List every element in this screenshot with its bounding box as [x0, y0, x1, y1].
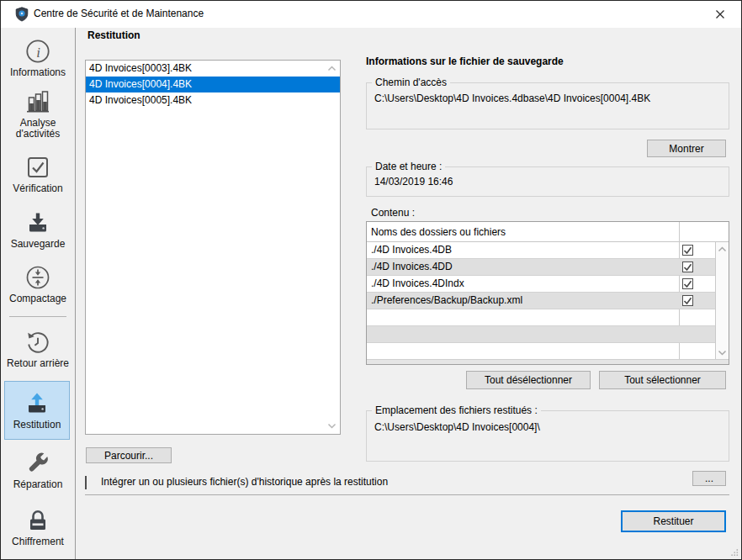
table-row-empty [367, 309, 715, 326]
backup-file-path: C:\Users\Desktop\4D Invoices.4dbase\4D I… [374, 92, 650, 104]
info-icon: i [24, 38, 51, 65]
svg-text:i: i [36, 45, 40, 61]
checkmark-icon [683, 296, 692, 305]
row-checkbox[interactable] [682, 245, 693, 256]
checkmark-icon [683, 262, 692, 272]
sidebar-item-sauvegarde[interactable]: Sauvegarde [1, 209, 75, 250]
check-square-icon [24, 154, 51, 181]
sidebar-item-informations[interactable]: i Informations [1, 38, 75, 78]
file-name-cell: ./4D Invoices.4DIndx [367, 276, 679, 292]
file-name-cell: ./Preferences/Backup/Backup.xml [367, 293, 679, 309]
restore-button[interactable]: Restituer [621, 510, 726, 532]
table-row[interactable]: ./4D Invoices.4DD [367, 259, 715, 276]
sidebar-item-label: Sauvegarde [4, 239, 72, 250]
backup-file-item[interactable]: 4D Invoices[0005].4BK [86, 92, 340, 108]
row-checkbox[interactable] [682, 295, 693, 306]
backup-download-icon [24, 209, 51, 236]
checkmark-icon [683, 279, 692, 288]
content-table-body: ./4D Invoices.4DB ./4D Invoices.4DD ./4D… [367, 242, 715, 360]
sidebar-item-retour-arriere[interactable]: Retour arrière [1, 329, 75, 369]
restore-location-path: C:\Users\Desktop\4D Invoices[0004]\ [374, 421, 540, 433]
backup-file-item[interactable]: 4D Invoices[0004].4BK [86, 77, 340, 92]
sidebar-item-label: Restitution [3, 420, 71, 431]
checkmark-icon [683, 246, 692, 255]
info-panel-heading: Informations sur le fichier de sauvegard… [366, 55, 564, 67]
datetime-groupbox: Date et heure : 14/03/2019 16:46 [366, 166, 729, 197]
sidebar-item-label: Chiffrement [4, 536, 72, 547]
table-horizontal-scrollbar[interactable] [367, 359, 729, 364]
integrate-log-checkbox[interactable] [85, 476, 87, 489]
sidebar-item-label: Analyse d'activités [4, 118, 72, 140]
sidebar-item-reparation[interactable]: Réparation [1, 450, 75, 490]
content-table: Noms des dossiers ou fichiers ./4D Invoi… [366, 221, 729, 365]
title-bar: Centre de Sécurité et de Maintenance [1, 1, 741, 28]
rollback-clock-icon [24, 329, 51, 356]
table-row[interactable]: ./4D Invoices.4DB [367, 242, 715, 259]
window-title: Centre de Sécurité et de Maintenance [34, 1, 204, 27]
sidebar-item-analyse-activites[interactable]: Analyse d'activités [1, 88, 75, 140]
sidebar-item-label: Retour arrière [4, 358, 72, 369]
backup-file-item[interactable]: 4D Invoices[0003].4BK [86, 61, 340, 77]
sidebar-item-label: Informations [4, 67, 72, 78]
scroll-up-icon[interactable] [327, 66, 337, 71]
deselect-all-button[interactable]: Tout désélectionner [466, 371, 591, 389]
sidebar-item-compactage[interactable]: Compactage [1, 264, 75, 304]
more-options-button[interactable]: ... [692, 471, 726, 486]
location-group-legend: Emplacement des fichiers restitués : [372, 404, 541, 416]
activity-chart-icon [24, 88, 51, 115]
compact-icon [24, 264, 51, 291]
sidebar: i Informations Analyse d'activités [1, 28, 76, 560]
table-row-empty [367, 343, 715, 360]
close-button[interactable] [706, 4, 734, 24]
scroll-down-icon[interactable] [327, 423, 337, 429]
location-groupbox: Emplacement des fichiers restitués : C:\… [366, 410, 729, 462]
row-checkbox[interactable] [682, 262, 693, 272]
browse-button[interactable]: Parcourir... [86, 447, 172, 463]
file-name-cell: ./4D Invoices.4DD [367, 259, 679, 275]
file-name-cell: ./4D Invoices.4DB [367, 242, 679, 258]
close-icon [715, 9, 725, 19]
show-button[interactable]: Montrer [647, 140, 726, 157]
restore-upload-icon [24, 390, 50, 417]
sidebar-item-label: Vérification [4, 183, 72, 194]
datetime-group-legend: Date et heure : [372, 161, 445, 172]
row-checkbox[interactable] [682, 278, 693, 289]
sidebar-item-label: Réparation [4, 479, 72, 490]
scroll-down-icon[interactable] [718, 350, 727, 356]
scroll-up-icon[interactable] [718, 246, 727, 252]
table-row-empty [367, 326, 715, 343]
content-label: Contenu : [371, 207, 415, 219]
sidebar-item-label: Compactage [4, 293, 72, 304]
lock-icon [24, 507, 51, 534]
sidebar-item-restitution[interactable]: Restitution [4, 381, 70, 440]
security-maintenance-window: Centre de Sécurité et de Maintenance i I… [0, 0, 742, 560]
shield-app-icon [15, 7, 29, 22]
backup-datetime: 14/03/2019 16:46 [374, 176, 453, 188]
path-groupbox: Chemin d'accès C:\Users\Desktop\4D Invoi… [366, 82, 729, 129]
backup-file-list[interactable]: 4D Invoices[0003].4BK 4D Invoices[0004].… [85, 60, 341, 435]
page-title: Restitution [87, 29, 140, 41]
bottom-separator [85, 494, 729, 495]
integrate-log-label: Intégrer un ou plusieurs fichier(s) d'hi… [101, 477, 388, 488]
sidebar-item-chiffrement[interactable]: Chiffrement [1, 507, 75, 547]
content-table-header: Noms des dossiers ou fichiers [367, 222, 729, 242]
table-row[interactable]: ./4D Invoices.4DIndx [367, 276, 715, 293]
wrench-icon [24, 450, 51, 477]
table-row[interactable]: ./Preferences/Backup/Backup.xml [367, 293, 715, 309]
select-all-button[interactable]: Tout sélectionner [599, 371, 726, 389]
table-scrollbar[interactable] [715, 242, 729, 360]
sidebar-item-verification[interactable]: Vérification [1, 154, 75, 194]
resize-grip[interactable] [730, 548, 739, 557]
path-group-legend: Chemin d'accès [372, 77, 450, 88]
sidebar-divider [9, 316, 66, 317]
